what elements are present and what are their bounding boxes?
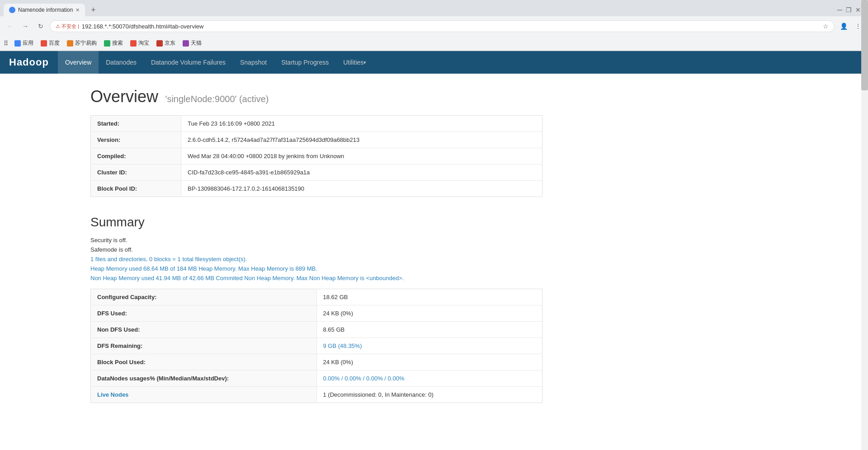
info-label: Version: (91, 132, 181, 148)
scrollbar-thumb[interactable] (861, 0, 868, 90)
overview-subtitle: 'singleNode:9000' (active) (163, 94, 269, 104)
table-row: Version: 2.6.0-cdh5.14.2, r5724a4ad7a27f… (91, 132, 542, 148)
bookmark-icon (41, 40, 47, 47)
browser-tab[interactable]: Namenode information ✕ (4, 4, 85, 16)
bookmark-taobao[interactable]: 淘宝 (127, 38, 152, 48)
summary-value: 18.62 GB (316, 289, 542, 305)
nav-item-datanodes[interactable]: Datanodes (99, 51, 144, 74)
summary-label: Block Pool Used: (91, 354, 317, 370)
nonheap-memory-info[interactable]: Non Heap Memory used 41.94 MB of 42.66 M… (90, 275, 542, 281)
navbar-brand: Hadoop (9, 56, 49, 68)
summary-label: Non DFS Used: (91, 322, 317, 338)
info-value: 2.6.0-cdh5.14.2, r5724a4ad7a27f7af31aa72… (181, 132, 542, 148)
info-label: Started: (91, 116, 181, 132)
table-row: Configured Capacity: 18.62 GB (91, 289, 542, 305)
bookmark-search[interactable]: 搜索 (101, 38, 126, 48)
navbar: Hadoop Overview Datanodes Datanode Volum… (0, 51, 868, 74)
bookmark-star[interactable]: ☆ (823, 23, 829, 30)
info-label: Cluster ID: (91, 164, 181, 181)
browser-chrome: Namenode information ✕ + ─ ❒ ✕ ← → ↻ ⚠ 不… (0, 0, 868, 51)
forward-button[interactable]: → (19, 20, 32, 33)
summary-value: 24 KB (0%) (316, 354, 542, 370)
table-row: DFS Used: 24 KB (0%) (91, 305, 542, 322)
profile-button[interactable]: 👤 (837, 20, 850, 33)
minimize-button[interactable]: ─ (837, 6, 842, 14)
navbar-nav: Overview Datanodes Datanode Volume Failu… (58, 51, 373, 74)
table-row: Block Pool Used: 24 KB (0%) (91, 354, 542, 370)
summary-label: Configured Capacity: (91, 289, 317, 305)
info-value: Tue Feb 23 16:16:09 +0800 2021 (181, 116, 542, 132)
reload-button[interactable]: ↻ (34, 20, 47, 33)
summary-value-highlight: 0.00% / 0.00% / 0.00% / 0.00% (316, 370, 542, 387)
summary-label-link[interactable]: Live Nodes (91, 387, 317, 403)
table-row: Compiled: Wed Mar 28 04:40:00 +0800 2018… (91, 148, 542, 164)
close-window-button[interactable]: ✕ (855, 6, 861, 14)
summary-value-highlight: 9 GB (48.35%) (316, 338, 542, 354)
table-row: Non DFS Used: 8.65 GB (91, 322, 542, 338)
new-tab-button[interactable]: + (87, 4, 99, 16)
summary-heading: Summary (90, 215, 542, 230)
bookmark-apps[interactable]: 应用 (12, 38, 36, 48)
apps-icon[interactable]: ⠿ (4, 40, 8, 47)
nav-item-datanode-volume-failures[interactable]: Datanode Volume Failures (144, 51, 233, 74)
bookmark-icon (130, 40, 137, 47)
bookmark-icon (67, 40, 73, 47)
bookmark-tianmao[interactable]: 天猫 (180, 38, 204, 48)
table-row: Cluster ID: CID-fa7d23c8-ce95-4845-a391-… (91, 164, 542, 181)
summary-label: DataNodes usages% (Min/Median/Max/stdDev… (91, 370, 317, 387)
bookmark-icon (183, 40, 189, 47)
summary-label: DFS Used: (91, 305, 317, 322)
summary-value: 8.65 GB (316, 322, 542, 338)
bookmark-icon (156, 40, 163, 47)
security-status: Security is off. (90, 237, 542, 244)
safemode-status: Safemode is off. (90, 246, 542, 253)
table-row: DFS Remaining: 9 GB (48.35%) (91, 338, 542, 354)
bookmark-baidu[interactable]: 百度 (38, 38, 62, 48)
table-row: Started: Tue Feb 23 16:16:09 +0800 2021 (91, 116, 542, 132)
overview-info-table: Started: Tue Feb 23 16:16:09 +0800 2021 … (90, 115, 542, 197)
table-row: Live Nodes 1 (Decommissioned: 0, In Main… (91, 387, 542, 403)
tab-close-button[interactable]: ✕ (75, 7, 80, 13)
summary-value: 24 KB (0%) (316, 305, 542, 322)
nav-item-overview[interactable]: Overview (58, 51, 99, 74)
filesystem-info[interactable]: 1 files and directories, 0 blocks = 1 to… (90, 256, 542, 262)
summary-value: 1 (Decommissioned: 0, In Maintenance: 0) (316, 387, 542, 403)
bookmark-icon (104, 40, 110, 47)
restore-button[interactable]: ❒ (846, 6, 852, 14)
tab-bar: Namenode information ✕ + ─ ❒ ✕ (0, 0, 868, 16)
main-content: Overview 'singleNode:9000' (active) Star… (0, 74, 633, 417)
scrollbar[interactable] (861, 0, 868, 417)
summary-table: Configured Capacity: 18.62 GB DFS Used: … (90, 289, 542, 403)
bookmark-suning[interactable]: 苏宁易购 (64, 38, 99, 48)
bookmarks-bar: ⠿ 应用 百度 苏宁易购 搜索 淘宝 京东 天猫 (0, 36, 868, 51)
bookmark-icon (14, 40, 21, 47)
info-label: Block Pool ID: (91, 181, 181, 197)
table-row: DataNodes usages% (Min/Median/Max/stdDev… (91, 370, 542, 387)
browser-actions: 👤 ⋮ (837, 20, 864, 33)
browser-controls: ← → ↻ ⚠ 不安全 | 192.168.*.*:50070/dfshealt… (0, 16, 868, 36)
table-row: Block Pool ID: BP-1309883046-172.17.0.2-… (91, 181, 542, 197)
address-bar[interactable]: ⚠ 不安全 | 192.168.*.*:50070/dfshealth.html… (50, 20, 835, 32)
info-value: BP-1309883046-172.17.0.2-1614068135190 (181, 181, 542, 197)
security-warning: ⚠ 不安全 | (56, 23, 79, 30)
page-heading: Overview 'singleNode:9000' (active) (90, 87, 542, 106)
nav-item-utilities[interactable]: Utilities (336, 51, 373, 74)
address-text: 192.168.*.*:50070/dfshealth.html#tab-ove… (82, 23, 204, 30)
nav-item-snapshot[interactable]: Snapshot (233, 51, 274, 74)
tab-favicon (9, 7, 15, 13)
info-value: Wed Mar 28 04:40:00 +0800 2018 by jenkin… (181, 148, 542, 164)
heap-memory-info[interactable]: Heap Memory used 68.64 MB of 184 MB Heap… (90, 265, 542, 272)
nav-item-startup-progress[interactable]: Startup Progress (274, 51, 336, 74)
back-button[interactable]: ← (4, 20, 16, 33)
info-value: CID-fa7d23c8-ce95-4845-a391-e1b865929a1a (181, 164, 542, 181)
summary-label: DFS Remaining: (91, 338, 317, 354)
tab-title: Namenode information (18, 7, 73, 13)
info-label: Compiled: (91, 148, 181, 164)
bookmark-jd[interactable]: 京东 (154, 38, 178, 48)
